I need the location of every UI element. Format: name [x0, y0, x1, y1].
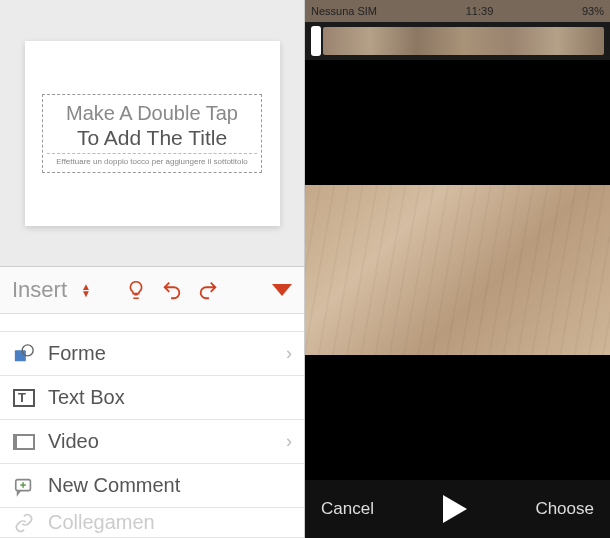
choose-button[interactable]: Choose: [535, 499, 594, 519]
video-preview-frame[interactable]: [305, 185, 610, 355]
menu-item-new-comment[interactable]: New Comment: [0, 464, 304, 508]
cancel-button[interactable]: Cancel: [321, 499, 374, 519]
comment-icon: [12, 474, 36, 498]
menu-label: Text Box: [48, 386, 292, 409]
carrier-label: Nessuna SIM: [311, 5, 377, 17]
menu-item-video[interactable]: Video ›: [0, 420, 304, 464]
clock-label: 11:39: [466, 5, 494, 17]
picker-bottom-bar: Cancel Choose: [305, 480, 610, 538]
menu-label: Video: [48, 430, 274, 453]
slide-canvas-area: Make A Double Tap To Add The Title Effet…: [0, 0, 304, 267]
menu-item-textbox[interactable]: Text Box: [0, 376, 304, 420]
menu-item-shapes[interactable]: Forme ›: [0, 332, 304, 376]
status-bar: Nessuna SIM 11:39 93%: [305, 0, 610, 22]
play-icon[interactable]: [443, 495, 467, 523]
insert-menu: Forme › Text Box Video › New Comment Col…: [0, 314, 304, 538]
shapes-icon: [12, 342, 36, 366]
video-letterbox-top: [305, 60, 610, 185]
insert-tab-label[interactable]: Insert: [12, 277, 67, 303]
video-picker-panel: Nessuna SIM 11:39 93% Cancel Choose: [305, 0, 610, 538]
toolbar: Insert ▲▼: [0, 267, 304, 314]
undo-icon[interactable]: [161, 279, 183, 301]
menu-label: Collegamen: [48, 511, 292, 534]
lightbulb-icon[interactable]: [125, 279, 147, 301]
menu-label: New Comment: [48, 474, 292, 497]
title-line-2: To Add The Title: [47, 125, 257, 150]
stepper-icon[interactable]: ▲▼: [81, 283, 91, 297]
scrubber-track[interactable]: [323, 27, 604, 55]
subtitle-placeholder: Effettuare un doppio tocco per aggiunger…: [47, 153, 257, 166]
video-letterbox-bottom: [305, 355, 610, 480]
title-placeholder[interactable]: Make A Double Tap To Add The Title Effet…: [42, 94, 262, 173]
chevron-right-icon: ›: [286, 343, 292, 364]
textbox-icon: [12, 386, 36, 410]
svg-rect-0: [15, 350, 26, 361]
video-icon: [12, 430, 36, 454]
redo-icon[interactable]: [197, 279, 219, 301]
slide[interactable]: Make A Double Tap To Add The Title Effet…: [25, 41, 280, 226]
video-scrubber[interactable]: [305, 22, 610, 60]
menu-item-partial-bottom[interactable]: Collegamen: [0, 508, 304, 538]
editor-panel: Make A Double Tap To Add The Title Effet…: [0, 0, 305, 538]
menu-item-partial-top[interactable]: [0, 314, 304, 332]
link-icon: [12, 511, 36, 535]
scrubber-handle[interactable]: [311, 26, 321, 56]
menu-label: Forme: [48, 342, 274, 365]
battery-label: 93%: [582, 5, 604, 17]
chevron-right-icon: ›: [286, 431, 292, 452]
title-line-1: Make A Double Tap: [47, 101, 257, 125]
dropdown-icon[interactable]: [272, 284, 292, 296]
